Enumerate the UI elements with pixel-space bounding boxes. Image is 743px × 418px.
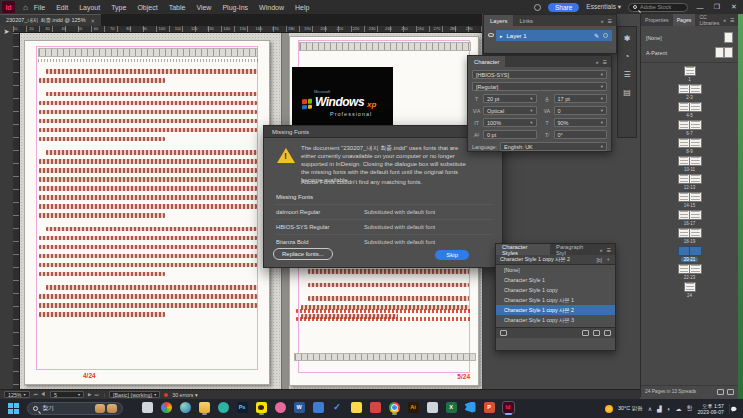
cc-libraries-dock-icon[interactable]: ◔ — [625, 52, 630, 61]
replace-fonts-button[interactable]: Replace fonts... — [273, 248, 333, 260]
skip-button[interactable]: Skip — [435, 250, 469, 260]
baseline-shift-field[interactable]: 0 pt — [483, 130, 537, 139]
menu-layout[interactable]: Layout — [79, 4, 100, 11]
store-icon[interactable] — [217, 402, 229, 416]
workspace-switcher[interactable]: Essentials ▾ — [586, 3, 621, 11]
chrome-icon[interactable] — [388, 402, 400, 416]
add-icon[interactable]: ＋ — [605, 255, 611, 264]
style-list-item[interactable]: Character Style 1 — [496, 275, 615, 285]
spread-item[interactable]: 22-23 — [678, 264, 702, 280]
onedrive-cloud-icon[interactable]: ☁ — [675, 405, 681, 412]
style-group-icon[interactable] — [500, 330, 507, 336]
weather-text[interactable]: 30°C 맑음 — [618, 405, 643, 412]
photoshop-icon[interactable]: Ps — [236, 402, 248, 416]
next-page-icon[interactable]: ▶ ⏭ — [88, 392, 100, 397]
new-page-icon[interactable] — [717, 389, 724, 395]
delete-style-icon[interactable] — [604, 330, 611, 336]
word-icon[interactable]: W — [293, 402, 305, 416]
first-page-icon[interactable]: ⏮ ◀ — [34, 392, 46, 397]
edge-icon[interactable] — [179, 402, 191, 416]
collapse-icon[interactable]: « — [723, 17, 726, 23]
panel-menu-icon[interactable]: ☰ — [730, 17, 734, 23]
menu-object[interactable]: Object — [137, 4, 157, 11]
onedrive-icon[interactable] — [312, 402, 324, 416]
layer-target-icon[interactable] — [603, 33, 608, 38]
excel-icon[interactable]: X — [445, 402, 457, 416]
tab-character-styles[interactable]: Character Styles — [496, 244, 550, 255]
document-tab[interactable]: 230207_내지 최종.indd @ 125%✕ — [0, 14, 101, 26]
dock-tab-properties[interactable]: Properties — [641, 14, 673, 26]
collapse-icon[interactable]: « — [600, 247, 603, 253]
swatches-dock-icon[interactable]: ▤ — [623, 88, 631, 97]
taskbar-clock[interactable]: 오후 1:572023-09-07 — [697, 403, 724, 415]
layer-row[interactable]: ▸Layer 1 ✎ — [496, 30, 612, 41]
collapse-icon[interactable]: « — [601, 18, 604, 24]
dock-tab-cc-libraries[interactable]: CC Libraries — [695, 14, 723, 26]
style-list-item[interactable]: Character Style 1 copy — [496, 285, 615, 295]
widgets-icon[interactable] — [141, 402, 153, 416]
close-button[interactable]: ✕ — [729, 3, 739, 11]
character-panel-tab[interactable]: Character — [468, 56, 505, 67]
paint-icon[interactable] — [274, 402, 286, 416]
leading-field[interactable]: 17 pt▾ — [554, 94, 608, 103]
menu-help[interactable]: Help — [295, 4, 309, 11]
panel-menu-icon[interactable]: ☰ — [603, 59, 607, 65]
menu-edit[interactable]: Edit — [56, 4, 68, 11]
page-number-select[interactable]: 5▾ — [50, 391, 84, 398]
illustrator-icon[interactable]: Ai — [407, 402, 419, 416]
menu-plug-ins[interactable]: Plug-Ins — [222, 4, 248, 11]
style-list-item[interactable]: [None] — [496, 265, 615, 275]
dock-tab-pages[interactable]: Pages — [673, 14, 696, 26]
style-list-item[interactable]: Character Style 1 copy 사본 3 — [496, 315, 615, 325]
kerning-field[interactable]: Optical▾ — [483, 106, 537, 115]
printer-icon[interactable] — [426, 402, 438, 416]
tab-paragraph-styl[interactable]: Paragraph Styl — [550, 244, 600, 255]
start-button[interactable] — [8, 403, 19, 414]
vscode-icon[interactable] — [464, 402, 476, 416]
panel-menu-icon[interactable]: ☰ — [608, 18, 612, 24]
skew-field[interactable]: 0° — [554, 130, 608, 139]
explorer-icon[interactable] — [198, 402, 210, 416]
spread-item[interactable]: 10-11 — [678, 156, 702, 172]
ime-indicator[interactable]: 한 — [686, 404, 692, 413]
spread-item[interactable]: 18-19 — [678, 228, 702, 244]
panel-menu-icon[interactable]: ☰ — [607, 247, 611, 253]
tab-links[interactable]: Links — [513, 15, 539, 26]
notification-center-icon[interactable]: 💬 — [729, 404, 737, 414]
selection-tool-icon[interactable]: ➤ — [0, 28, 13, 36]
stroke-dock-icon[interactable]: ☰ — [623, 70, 630, 79]
home-icon[interactable]: ⌂ — [23, 3, 28, 12]
volume-icon[interactable]: ◖ — [667, 406, 671, 412]
spread-item[interactable]: 16-17 — [678, 210, 702, 226]
menu-type[interactable]: Type — [111, 4, 126, 11]
new-style-icon[interactable] — [593, 330, 600, 336]
spread-item[interactable]: 6-7 — [678, 120, 702, 136]
spread-item[interactable]: 12-13 — [678, 174, 702, 190]
stickynotes-icon[interactable] — [350, 402, 362, 416]
mail-icon[interactable] — [369, 402, 381, 416]
spread-item[interactable]: 20-21 — [678, 246, 702, 262]
font-size-field[interactable]: 20 pt▾ — [483, 94, 537, 103]
language-select[interactable]: English: UK▾ — [500, 142, 607, 151]
spread-item[interactable]: 1 — [684, 66, 696, 82]
menu-view[interactable]: View — [196, 4, 211, 11]
horizontal-scale-field[interactable]: 90%▾ — [554, 118, 608, 127]
document-page-4[interactable]: 4/24 — [24, 40, 270, 385]
photos-icon[interactable] — [160, 402, 172, 416]
kakaotalk-icon[interactable] — [255, 402, 267, 416]
properties-dock-icon[interactable]: ✱ — [624, 34, 631, 43]
restore-button[interactable]: ❐ — [712, 3, 722, 11]
spread-item[interactable]: 4-5 — [678, 102, 702, 118]
parent-page-row[interactable]: A-Parent — [646, 45, 733, 60]
spread-item[interactable]: 24 — [684, 282, 696, 298]
tray-overflow-chevron-icon[interactable]: ∧ — [648, 405, 652, 412]
menu-file[interactable]: File — [34, 4, 45, 11]
share-button[interactable]: Share — [548, 3, 579, 12]
tracking-field[interactable]: 0▾ — [554, 106, 608, 115]
delete-page-icon[interactable] — [727, 389, 734, 395]
layer-visibility-eye-icon[interactable] — [488, 33, 494, 37]
menu-table[interactable]: Table — [169, 4, 186, 11]
stock-search-input[interactable]: Adobe Stock — [628, 3, 688, 12]
spread-item[interactable]: 2-3 — [678, 84, 702, 100]
zoom-level-select[interactable]: 125%▾ — [4, 391, 30, 398]
